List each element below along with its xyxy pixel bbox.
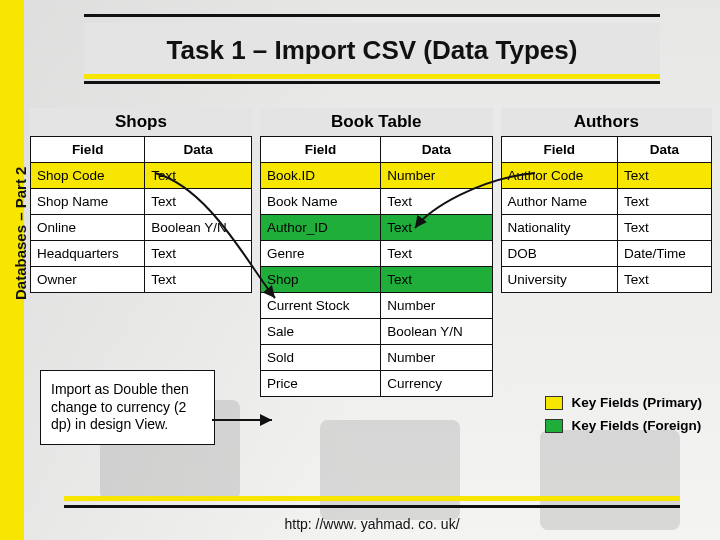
- table-row: UniversityText: [501, 267, 711, 293]
- table-row: Shop NameText: [31, 189, 252, 215]
- swatch-green-icon: [545, 419, 563, 433]
- table-row: SaleBoolean Y/N: [261, 319, 493, 345]
- cell-data: Text: [617, 189, 711, 215]
- title-area: Task 1 – Import CSV (Data Types): [24, 8, 720, 90]
- cell-field: Shop Code: [31, 163, 145, 189]
- swatch-yellow-icon: [545, 396, 563, 410]
- cell-field: Author_ID: [261, 215, 381, 241]
- table-row: NationalityText: [501, 215, 711, 241]
- table-row: OwnerText: [31, 267, 252, 293]
- note-box: Import as Double then change to currency…: [40, 370, 215, 445]
- cell-data: Boolean Y/N: [381, 319, 492, 345]
- table-row: ShopText: [261, 267, 493, 293]
- col-data: Data: [381, 137, 492, 163]
- table-row: Author CodeText: [501, 163, 711, 189]
- cell-field: Author Name: [501, 189, 617, 215]
- legend: Key Fields (Primary) Key Fields (Foreign…: [545, 395, 702, 441]
- cell-field: Author Code: [501, 163, 617, 189]
- table-book: Field Data Book.IDNumberBook NameTextAut…: [260, 136, 493, 397]
- cell-data: Text: [381, 215, 492, 241]
- table-row: GenreText: [261, 241, 493, 267]
- cell-data: Text: [617, 215, 711, 241]
- cell-field: Shop: [261, 267, 381, 293]
- table-row: Book.IDNumber: [261, 163, 493, 189]
- cell-field: University: [501, 267, 617, 293]
- legend-foreign: Key Fields (Foreign): [545, 418, 702, 433]
- page-title: Task 1 – Import CSV (Data Types): [84, 35, 660, 66]
- legend-foreign-label: Key Fields (Foreign): [571, 418, 701, 433]
- cell-data: Text: [617, 267, 711, 293]
- cell-field: Current Stock: [261, 293, 381, 319]
- cell-field: Sold: [261, 345, 381, 371]
- table-title-authors: Authors: [501, 108, 712, 136]
- cell-data: Text: [617, 163, 711, 189]
- table-row: Shop CodeText: [31, 163, 252, 189]
- table-row: SoldNumber: [261, 345, 493, 371]
- cell-field: Book.ID: [261, 163, 381, 189]
- cell-data: Text: [145, 267, 252, 293]
- col-field: Field: [501, 137, 617, 163]
- table-row: HeadquartersText: [31, 241, 252, 267]
- cell-data: Number: [381, 345, 492, 371]
- table-row: Author_IDText: [261, 215, 493, 241]
- cell-field: Sale: [261, 319, 381, 345]
- table-group-book: Book Table Field Data Book.IDNumberBook …: [260, 108, 493, 397]
- col-field: Field: [261, 137, 381, 163]
- table-title-shops: Shops: [30, 108, 252, 136]
- legend-primary: Key Fields (Primary): [545, 395, 702, 410]
- table-authors: Field Data Author CodeTextAuthor NameTex…: [501, 136, 712, 293]
- cell-field: Shop Name: [31, 189, 145, 215]
- cell-field: Book Name: [261, 189, 381, 215]
- cell-data: Boolean Y/N: [145, 215, 252, 241]
- cell-data: Text: [381, 267, 492, 293]
- main-content: Shops Field Data Shop CodeTextShop NameT…: [30, 108, 712, 397]
- cell-field: Nationality: [501, 215, 617, 241]
- table-shops: Field Data Shop CodeTextShop NameTextOnl…: [30, 136, 252, 293]
- cell-data: Text: [381, 189, 492, 215]
- cell-field: Headquarters: [31, 241, 145, 267]
- cell-data: Number: [381, 163, 492, 189]
- table-group-shops: Shops Field Data Shop CodeTextShop NameT…: [30, 108, 252, 293]
- cell-field: DOB: [501, 241, 617, 267]
- cell-field: Owner: [31, 267, 145, 293]
- cell-field: Genre: [261, 241, 381, 267]
- cell-data: Text: [145, 241, 252, 267]
- footer-url: http: //www. yahmad. co. uk/: [24, 508, 720, 536]
- table-row: DOBDate/Time: [501, 241, 711, 267]
- col-field: Field: [31, 137, 145, 163]
- table-title-book: Book Table: [260, 108, 493, 136]
- footer: http: //www. yahmad. co. uk/: [24, 496, 720, 536]
- cell-field: Online: [31, 215, 145, 241]
- table-row: Author NameText: [501, 189, 711, 215]
- cell-field: Price: [261, 371, 381, 397]
- cell-data: Text: [145, 189, 252, 215]
- table-row: PriceCurrency: [261, 371, 493, 397]
- cell-data: Currency: [381, 371, 492, 397]
- table-row: Current StockNumber: [261, 293, 493, 319]
- cell-data: Number: [381, 293, 492, 319]
- col-data: Data: [617, 137, 711, 163]
- table-group-authors: Authors Field Data Author CodeTextAuthor…: [501, 108, 712, 293]
- sidebar-label: Databases – Part 2: [12, 167, 29, 300]
- legend-primary-label: Key Fields (Primary): [571, 395, 702, 410]
- table-row: Book NameText: [261, 189, 493, 215]
- col-data: Data: [145, 137, 252, 163]
- cell-data: Text: [381, 241, 492, 267]
- cell-data: Date/Time: [617, 241, 711, 267]
- table-row: OnlineBoolean Y/N: [31, 215, 252, 241]
- cell-data: Text: [145, 163, 252, 189]
